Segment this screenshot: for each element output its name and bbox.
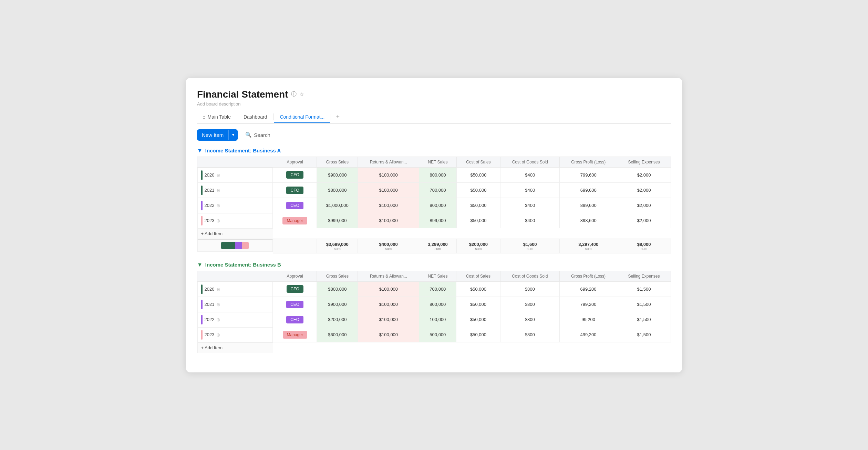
gross-profit-cell: 99,200 (560, 312, 617, 327)
tab-add-button[interactable]: + (332, 111, 344, 123)
row-add-icon[interactable]: ⊕ (216, 218, 220, 223)
cost-sales-cell: $50,000 (456, 281, 500, 297)
net-sales-cell: 800,000 (419, 297, 456, 312)
row-add-icon[interactable]: ⊕ (216, 203, 220, 208)
table-row: 2022 ⊕ CEO $200,000 $100,000 100,000 $50… (197, 312, 671, 327)
search-button[interactable]: 🔍 Search (242, 130, 274, 140)
cogs-cell: $800 (500, 281, 559, 297)
section-b-header: ▼ Income Statement: Business B (197, 262, 671, 268)
table-row: 2020 ⊕ CFO $900,000 $100,000 800,000 $50… (197, 167, 671, 183)
page-header: Financial Statement ⓘ ☆ Add board descri… (197, 89, 671, 107)
year-cell: 2020 ⊕ (197, 282, 273, 297)
gross-profit-cell: 899,600 (560, 198, 617, 213)
add-item-label[interactable]: + Add Item (197, 228, 273, 239)
new-item-dropdown-icon[interactable]: ▾ (228, 130, 238, 140)
table-row: 2023 ⊕ Manager $999,000 $100,000 899,000… (197, 213, 671, 228)
cost-sales-cell: $50,000 (456, 198, 500, 213)
year-cell: 2020 ⊕ (197, 168, 273, 183)
gross-profit-cell: 499,200 (560, 327, 617, 342)
col-returns-b: Returns & Allowan... (358, 271, 419, 281)
section-a-toggle[interactable]: ▼ (197, 148, 203, 154)
year-cell: 2023 ⊕ (197, 213, 273, 228)
approval-cell[interactable]: CEO (273, 312, 317, 327)
gross-profit-cell: 799,600 (560, 167, 617, 183)
net-sales-cell: 899,000 (419, 213, 457, 228)
col-gross-sales-a: Gross Sales (317, 157, 358, 167)
approval-cell[interactable]: CEO (273, 198, 317, 213)
row-add-icon[interactable]: ⊕ (216, 332, 220, 338)
toolbar: New Item ▾ 🔍 Search (197, 129, 671, 141)
gross-profit-cell: 799,200 (560, 297, 617, 312)
board-description[interactable]: Add board description (197, 101, 671, 107)
cost-sales-cell: $50,000 (456, 167, 500, 183)
cogs-cell: $400 (500, 167, 560, 183)
col-cost-sales-a: Cost of Sales (456, 157, 500, 167)
summary-color-bar (221, 242, 249, 249)
gross-sales-cell: $200,000 (317, 312, 358, 327)
returns-cell: $100,000 (358, 213, 419, 228)
year-label: 2021 (205, 302, 215, 307)
approval-cell[interactable]: CEO (273, 297, 317, 312)
add-item-label-b[interactable]: + Add Item (197, 342, 273, 353)
info-icon[interactable]: ⓘ (291, 91, 297, 98)
col-returns-a: Returns & Allowan... (358, 157, 419, 167)
app-container: Financial Statement ⓘ ☆ Add board descri… (186, 78, 682, 372)
col-approval-a: Approval (273, 157, 317, 167)
approval-badge: CFO (286, 171, 303, 179)
year-label: 2022 (205, 203, 215, 208)
row-add-icon[interactable]: ⊕ (216, 302, 220, 307)
add-item-row-b[interactable]: + Add Item (197, 342, 671, 353)
approval-cell[interactable]: CFO (273, 183, 317, 198)
tab-divider-3 (331, 113, 331, 120)
row-indicator (201, 186, 203, 195)
row-add-icon[interactable]: ⊕ (216, 172, 220, 178)
gross-sales-cell: $900,000 (317, 297, 358, 312)
gross-sales-cell: $800,000 (317, 183, 358, 198)
year-label: 2023 (205, 332, 215, 337)
year-cell: 2022 ⊕ (197, 312, 273, 327)
approval-cell[interactable]: Manager (273, 213, 317, 228)
col-cogs-b: Cost of Goods Sold (500, 271, 559, 281)
tab-conditional-format[interactable]: Conditional Format... (274, 111, 330, 123)
year-cell: 2021 ⊕ (197, 183, 273, 198)
summary-cogs: $1,600 sum (500, 239, 560, 253)
tab-dashboard[interactable]: Dashboard (238, 111, 273, 123)
net-sales-cell: 500,000 (419, 327, 456, 342)
add-item-row[interactable]: + Add Item (197, 228, 671, 239)
approval-badge: Manager (282, 217, 307, 224)
row-indicator (201, 201, 203, 210)
cogs-cell: $400 (500, 198, 560, 213)
page-title-row: Financial Statement ⓘ ☆ (197, 89, 671, 100)
summary-net-sales: 3,299,000 sum (419, 239, 457, 253)
gross-profit-cell: 699,200 (560, 281, 617, 297)
returns-cell: $100,000 (358, 297, 419, 312)
year-label: 2022 (205, 317, 215, 322)
tab-main-table[interactable]: ⌂ Main Table (197, 111, 236, 123)
section-b-toggle[interactable]: ▼ (197, 262, 203, 268)
row-add-icon[interactable]: ⊕ (216, 317, 220, 322)
star-icon[interactable]: ☆ (299, 91, 304, 98)
summary-gross-profit: 3,297,400 sum (560, 239, 617, 253)
approval-cell[interactable]: Manager (273, 327, 317, 342)
col-gross-profit-a: Gross Profit (Loss) (560, 157, 617, 167)
net-sales-cell: 700,000 (419, 281, 456, 297)
approval-cell[interactable]: CFO (273, 281, 317, 297)
tab-divider-1 (237, 113, 237, 120)
col-selling-exp-b: Selling Expenses (617, 271, 671, 281)
row-add-icon[interactable]: ⊕ (216, 287, 220, 292)
year-label: 2023 (205, 218, 215, 223)
cost-sales-cell: $50,000 (456, 213, 500, 228)
cost-sales-cell: $50,000 (456, 312, 500, 327)
year-cell: 2021 ⊕ (197, 297, 273, 312)
bar-seg-ceo (235, 242, 242, 249)
approval-cell[interactable]: CFO (273, 167, 317, 183)
summary-cost-sales: $200,000 sum (456, 239, 500, 253)
selling-exp-cell: $2,000 (617, 198, 671, 213)
section-a-table: Approval Gross Sales Returns & Allowan..… (197, 157, 671, 253)
tab-main-table-label: Main Table (207, 114, 230, 120)
section-a-header-row: Approval Gross Sales Returns & Allowan..… (197, 157, 671, 167)
gross-sales-cell: $1,000,000 (317, 198, 358, 213)
new-item-button[interactable]: New Item ▾ (197, 129, 238, 141)
row-add-icon[interactable]: ⊕ (216, 188, 220, 193)
approval-badge: CEO (286, 316, 303, 323)
